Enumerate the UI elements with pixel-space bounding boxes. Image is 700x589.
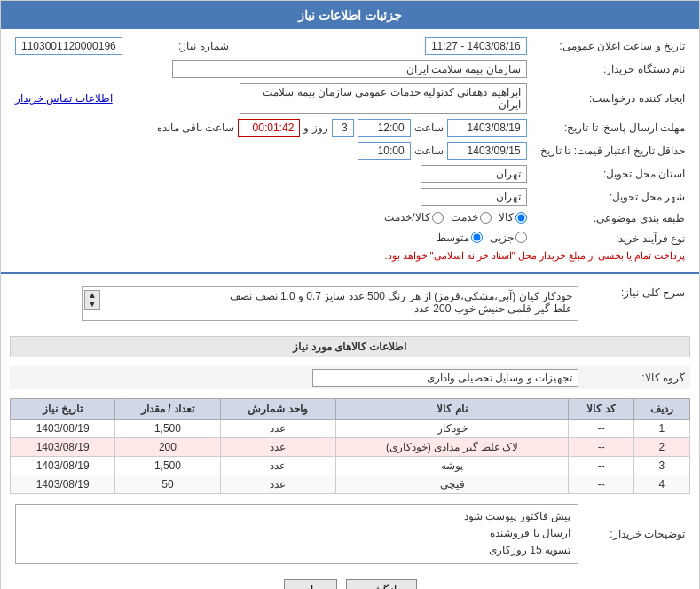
kala-label: کالا <box>499 211 514 224</box>
khadamat-label: خدمت <box>451 211 478 224</box>
shomara-label: شماره نیاز: <box>128 35 234 58</box>
tabaghebandi-label: طبقه بندی موضوعی: <box>532 208 690 229</box>
haddaghal-date: 1403/09/15 <box>447 142 527 160</box>
towzihat-line2: ارسال یا فروشنده <box>23 525 570 542</box>
cell-name: خودکار <box>335 420 569 438</box>
cell-tarikh: 1403/08/19 <box>11 475 115 494</box>
cell-tarikh: 1403/08/19 <box>11 438 115 457</box>
tabaghebandi-group: کالا خدمت کالا/خدمت <box>384 211 526 224</box>
group-kala-value: تجهیزات و وسایل تحصیلی واداری <box>312 369 578 387</box>
table-row: 1 -- خودکار عدد 1,500 1403/08/19 <box>11 420 690 438</box>
jozii-label: جزیی <box>490 232 514 244</box>
radio-kala-khadamat[interactable]: کالا/خدمت <box>384 211 443 224</box>
radio-khadamat[interactable]: خدمت <box>451 211 492 224</box>
rooz-label: روز و <box>303 122 327 134</box>
col-name: نام کالا <box>335 399 569 420</box>
back-button[interactable]: بازگشت <box>346 579 417 589</box>
cell-vahed: عدد <box>220 457 335 475</box>
sarh-koli-label: سرح کلی نیاز: <box>584 283 690 324</box>
cell-tarikh: 1403/08/19 <box>11 457 115 475</box>
cell-kod: -- <box>569 457 633 475</box>
group-kala-label: گروه کالا: <box>584 366 690 389</box>
col-tedad: تعداد / مقدار <box>115 399 220 420</box>
ostan-value: تهران <box>421 165 527 183</box>
cell-tedad: 50 <box>115 475 220 494</box>
cell-tarikh: 1403/08/19 <box>11 420 115 438</box>
ettelaat-kala-title: اطلاعات کالاهای مورد نیاز <box>10 336 690 357</box>
cell-tedad: 1,500 <box>115 457 220 475</box>
shomara-value: 1103001120000196 <box>15 37 122 55</box>
towzihat-line3: تسویه 15 روزکاری <box>23 542 570 559</box>
col-vahed: واحد شمارش <box>220 399 335 420</box>
print-button[interactable]: چاپ <box>284 579 337 589</box>
table-row: 3 -- پوشه عدد 1,500 1403/08/19 <box>11 457 690 475</box>
col-kod: کد کالا <box>569 399 633 420</box>
tarikh-value: 1403/08/16 - 11:27 <box>425 37 527 55</box>
radio-jozii[interactable]: جزیی <box>490 232 527 244</box>
scroll-arrows[interactable]: ▲ ▼ <box>84 290 100 310</box>
shahr-value: تهران <box>421 188 527 206</box>
mohlat-rooz: 3 <box>332 119 354 137</box>
cell-radif: 4 <box>633 475 689 494</box>
saat-label2: ساعت <box>414 145 444 157</box>
towzihat-box: پیش فاکتور پیوست شود ارسال یا فروشنده تس… <box>15 504 578 564</box>
haddaghal-time: 10:00 <box>358 142 411 160</box>
towzihat-line1: پیش فاکتور پیوست شود <box>23 508 570 525</box>
radio-motavaset[interactable]: متوسط <box>437 232 483 244</box>
kala-khadamat-label: کالا/خدمت <box>384 211 429 224</box>
haddaghal-label: حداقل تاریخ اعتبار قیمت: تا تاریخ: <box>532 139 690 162</box>
cell-tedad: 1,500 <box>115 420 220 438</box>
cell-tedad: 200 <box>115 438 220 457</box>
ijad-konande-value: ابراهیم دهقانی کدنولیه خدمات عمومی سازما… <box>240 83 527 114</box>
mohlat-baqi: 00:01:42 <box>238 119 300 137</box>
motavaset-label: متوسط <box>437 232 469 244</box>
mohlat-time: 12:00 <box>358 119 411 137</box>
nooe-farayand-label: نوع فرآیند خرید: <box>532 229 690 249</box>
table-row: 2 -- لاک غلط گیر مدادی (خودکاری) عدد 200… <box>11 438 690 457</box>
ettelaat-tamas-link[interactable]: اطلاعات تماس خریدار <box>15 92 113 105</box>
mohlat-label: مهلت ارسال پاسخ: تا تاریخ: <box>532 116 690 139</box>
towzihat-label: توضیحات خریدار: <box>584 501 690 567</box>
tarikh-label: تاریخ و ساعت اعلان عمومی: <box>532 35 690 58</box>
cell-vahed: عدد <box>220 438 335 457</box>
pardakht-note: پرداخت تمام یا بخشی از مبلغ خریدار محل "… <box>10 248 690 263</box>
cell-name: لاک غلط گیر مدادی (خودکاری) <box>335 438 569 457</box>
saat-label: ساعت <box>414 122 444 134</box>
col-tarikh: تاریخ نیاز <box>11 399 115 420</box>
shahr-label: شهر محل تحویل: <box>532 185 690 208</box>
cell-kod: -- <box>569 438 633 457</box>
footer-buttons: بازگشت چاپ <box>1 570 699 589</box>
cell-radif: 1 <box>633 420 689 438</box>
cell-radif: 2 <box>633 438 689 457</box>
cell-radif: 3 <box>633 457 689 475</box>
nam-dastgah-label: نام دستگاه خریدار: <box>532 58 690 81</box>
ostan-label: استان محل تحویل: <box>532 162 690 185</box>
table-row: 4 -- قیچی عدد 50 1403/08/19 <box>11 475 690 494</box>
cell-vahed: عدد <box>220 420 335 438</box>
page-title: جزئیات اطلاعات نیاز <box>298 8 402 22</box>
products-table: ردیف کد کالا نام کالا واحد شمارش تعداد /… <box>10 398 690 494</box>
baqi-label: ساعت باقی مانده <box>157 122 235 134</box>
cell-name: پوشه <box>335 457 569 475</box>
mohlat-date: 1403/08/19 <box>447 119 527 137</box>
page-header: جزئیات اطلاعات نیاز <box>1 1 699 29</box>
radio-kala[interactable]: کالا <box>499 211 527 224</box>
cell-vahed: عدد <box>220 475 335 494</box>
nooe-farayand-group: جزیی متوسط <box>437 232 527 244</box>
col-radif: ردیف <box>633 399 689 420</box>
cell-name: قیچی <box>335 475 569 494</box>
nam-dastgah-value: سازمان بیمه سلامت ایران <box>172 60 527 78</box>
ijad-konande-label: ایجاد کننده درخواست: <box>532 81 690 116</box>
cell-kod: -- <box>569 420 633 438</box>
cell-kod: -- <box>569 475 633 494</box>
sarh-koli-value: خودکار کیان (آبی،مشکی،قرمز) از هر رنگ 50… <box>88 290 572 315</box>
